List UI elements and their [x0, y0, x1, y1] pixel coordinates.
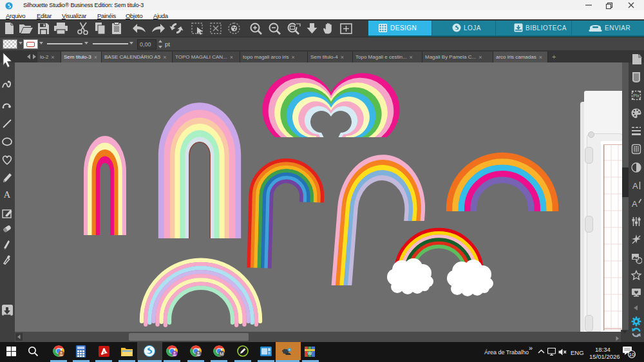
svg-text:M: M [220, 351, 223, 357]
svg-text:W: W [308, 351, 312, 356]
svg-text:A: A [632, 181, 638, 191]
svg-text:Pix: Pix [633, 93, 639, 98]
svg-text:10: 10 [629, 352, 635, 357]
svg-text:A: A [632, 199, 638, 209]
